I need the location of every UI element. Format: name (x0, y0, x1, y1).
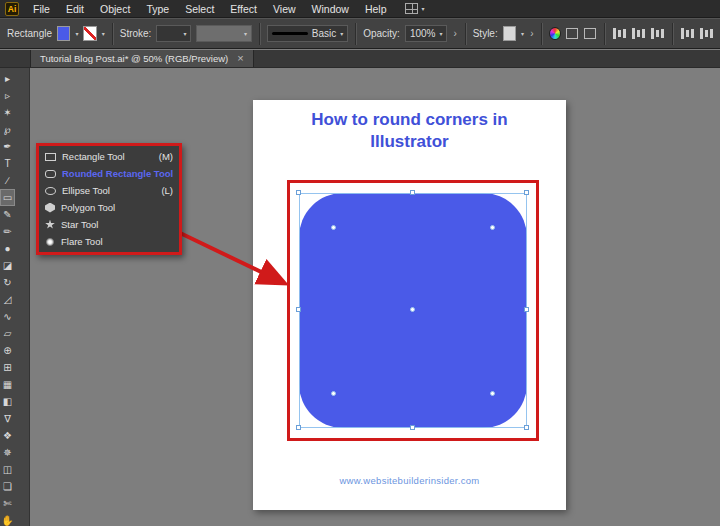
brush-name: Basic (312, 28, 336, 39)
perspective-grid-tool[interactable]: ⊞ (0, 359, 15, 376)
lasso-tool[interactable]: ℘ (0, 121, 15, 138)
rectangle-tool[interactable]: ▭ (0, 189, 15, 206)
rotate-tool[interactable]: ↻ (0, 274, 15, 291)
pen-tool-icon: ✒ (3, 142, 11, 152)
selection-tool[interactable]: ▸ (0, 70, 15, 87)
style-swatch[interactable] (503, 26, 516, 41)
magic-wand-tool[interactable]: ✶ (0, 104, 15, 121)
selection-handle[interactable] (524, 190, 529, 195)
canvas-area[interactable]: How to round corners in Illustrator www.… (30, 68, 720, 526)
selection-handle[interactable] (296, 425, 301, 430)
slice-tool[interactable]: ✄ (0, 495, 15, 512)
artboard-tool[interactable]: ❏ (0, 478, 15, 495)
line-segment-tool-icon: ∕ (7, 176, 9, 186)
menu-window[interactable]: Window (304, 3, 357, 15)
fill-color-swatch[interactable] (57, 26, 70, 41)
arrange-documents-chevron-icon[interactable]: ▾ (422, 6, 425, 12)
stroke-color-swatch[interactable] (83, 26, 96, 41)
corner-widget[interactable] (331, 225, 336, 230)
hand-tool[interactable]: ✋ (0, 512, 15, 526)
tab-close-icon[interactable]: × (237, 53, 243, 64)
separator (355, 23, 356, 45)
type-tool-icon: T (4, 159, 10, 169)
menu-select[interactable]: Select (177, 3, 222, 15)
blob-brush-tool[interactable]: ● (0, 240, 15, 257)
eraser-tool[interactable]: ◪ (0, 257, 15, 274)
document-setup-icon[interactable] (566, 28, 578, 39)
line-segment-tool[interactable]: ∕ (0, 172, 15, 189)
flyout-item-flare-tool[interactable]: Flare Tool (39, 233, 179, 250)
tools-panel: ▸ ▹ ✶ ℘ ✒ T ∕ ▭ ✎ ✏ ● ◪ ↻ ◿ ∿ ▱ ⊕ ⊞ ▦ ◧ … (0, 68, 30, 526)
brush-definition-dropdown[interactable]: Basic ▾ (267, 25, 348, 42)
preferences-icon[interactable] (584, 28, 596, 39)
gradient-tool[interactable]: ◧ (0, 393, 15, 410)
opacity-panel-chevron-icon[interactable]: › (452, 28, 457, 39)
flyout-item-label: Polygon Tool (61, 202, 115, 213)
menu-view[interactable]: View (265, 3, 304, 15)
selection-handle[interactable] (410, 425, 415, 430)
selection-handle[interactable] (296, 307, 301, 312)
width-profile-dropdown-icon: ▾ (244, 31, 247, 37)
align-right-icon[interactable] (651, 28, 664, 39)
menu-file[interactable]: File (25, 3, 58, 15)
align-horizontal-center-icon[interactable] (632, 28, 645, 39)
style-dropdown-icon[interactable]: ▾ (521, 31, 524, 37)
type-tool[interactable]: T (0, 155, 15, 172)
selection-handle[interactable] (524, 307, 529, 312)
pencil-tool[interactable]: ✏ (0, 223, 15, 240)
flyout-item-label: Ellipse Tool (62, 185, 110, 196)
recolor-artwork-icon[interactable] (549, 27, 561, 40)
style-panel-chevron-icon[interactable]: › (529, 28, 534, 39)
distribute-horizontal-icon[interactable] (681, 28, 694, 39)
stroke-dropdown-icon[interactable]: ▾ (102, 31, 105, 37)
menu-object[interactable]: Object (92, 3, 138, 15)
opacity-dropdown[interactable]: 100% ▾ (405, 25, 448, 42)
direct-selection-tool[interactable]: ▹ (0, 87, 15, 104)
align-left-icon[interactable] (613, 28, 626, 39)
menu-effect[interactable]: Effect (222, 3, 265, 15)
flyout-item-rectangle-tool[interactable]: Rectangle Tool (M) (39, 148, 179, 165)
arrange-documents-icon[interactable] (405, 3, 418, 14)
variable-width-profile-dropdown[interactable]: ▾ (196, 25, 252, 42)
scale-tool[interactable]: ◿ (0, 291, 15, 308)
blend-tool-icon: ❖ (3, 431, 12, 441)
menu-help[interactable]: Help (357, 3, 395, 15)
corner-widget[interactable] (331, 391, 336, 396)
distribute-vertical-icon[interactable] (700, 28, 713, 39)
symbol-sprayer-tool[interactable]: ✵ (0, 444, 15, 461)
slice-tool-icon: ✄ (3, 499, 11, 509)
pen-tool[interactable]: ✒ (0, 138, 15, 155)
width-tool[interactable]: ∿ (0, 308, 15, 325)
stroke-weight-dropdown[interactable]: ▾ (156, 25, 191, 42)
menu-edit[interactable]: Edit (58, 3, 92, 15)
flyout-item-rounded-rectangle-tool[interactable]: Rounded Rectangle Tool (39, 165, 179, 182)
brush-stroke-preview-icon (272, 32, 308, 35)
selection-handle[interactable] (524, 425, 529, 430)
free-transform-tool[interactable]: ▱ (0, 325, 15, 342)
flyout-item-label: Rounded Rectangle Tool (62, 168, 173, 179)
direct-selection-tool-icon: ▹ (5, 91, 10, 101)
menubar: Ai File Edit Object Type Select Effect V… (0, 0, 720, 18)
fill-dropdown-icon[interactable]: ▾ (75, 31, 78, 37)
eyedropper-tool[interactable]: ∇ (0, 410, 15, 427)
column-graph-tool[interactable]: ◫ (0, 461, 15, 478)
separator (604, 23, 605, 45)
selection-handle[interactable] (296, 190, 301, 195)
selection-handle[interactable] (410, 190, 415, 195)
document-tab[interactable]: Tutorial Blog Post.ai* @ 50% (RGB/Previe… (30, 50, 254, 67)
blend-tool[interactable]: ❖ (0, 427, 15, 444)
flyout-item-polygon-tool[interactable]: Polygon Tool (39, 199, 179, 216)
mesh-tool[interactable]: ▦ (0, 376, 15, 393)
shape-builder-tool[interactable]: ⊕ (0, 342, 15, 359)
star-shape-icon (45, 220, 55, 230)
menu-type[interactable]: Type (138, 3, 177, 15)
flyout-item-shortcut: (M) (159, 151, 173, 162)
corner-widget[interactable] (490, 391, 495, 396)
flyout-item-star-tool[interactable]: Star Tool (39, 216, 179, 233)
style-label: Style: (473, 28, 498, 39)
paintbrush-tool[interactable]: ✎ (0, 206, 15, 223)
corner-widget[interactable] (490, 225, 495, 230)
hand-tool-icon: ✋ (1, 516, 13, 526)
flyout-item-ellipse-tool[interactable]: Ellipse Tool (L) (39, 182, 179, 199)
tab-bar: Tutorial Blog Post.ai* @ 50% (RGB/Previe… (0, 50, 720, 68)
